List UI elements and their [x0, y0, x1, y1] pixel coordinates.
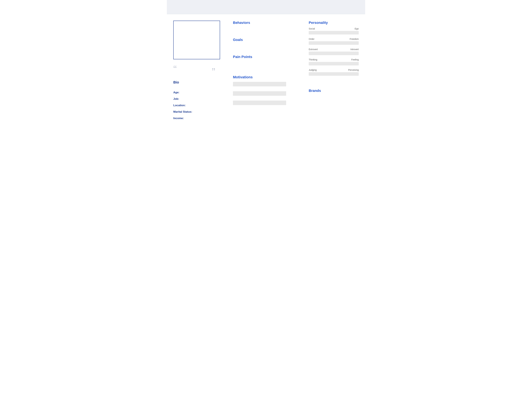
quote-open-icon: “: [173, 64, 177, 75]
personality-row-social-ego: Social Ego: [309, 28, 359, 35]
location-field: Location:: [173, 104, 223, 107]
personality-label-introvert: Introvert: [351, 48, 359, 51]
personality-labels-thinking-feeling: Thinking Feeling: [309, 58, 359, 61]
personality-row-thinking-feeling: Thinking Feeling: [309, 58, 359, 65]
job-field: Job:: [173, 97, 223, 101]
motivations-section: Motivations: [233, 75, 299, 105]
behaviors-title: Behaviors: [233, 21, 299, 25]
personality-label-feeling: Feeling: [351, 58, 359, 61]
content-area: “ ” Bio Age: Job: Location: Marital Stat…: [167, 14, 365, 130]
personality-label-order: Order: [309, 38, 314, 40]
goals-section: Goals: [233, 38, 299, 42]
income-field: Income:: [173, 117, 223, 120]
bio-label: Bio: [173, 80, 223, 84]
personality-label-extrovert: Extrovert: [309, 48, 318, 51]
pain-points-title: Pain Points: [233, 55, 299, 59]
personality-labels-extrovert-introvert: Extrovert Introvert: [309, 48, 359, 51]
personality-bar-social-ego: [309, 31, 359, 35]
quote-close-icon: ”: [212, 67, 215, 77]
goals-title: Goals: [233, 38, 299, 42]
header-bar: [167, 0, 365, 14]
personality-row-extrovert-introvert: Extrovert Introvert: [309, 48, 359, 55]
personality-label-judging: Judging: [309, 69, 317, 71]
personality-bar-judging-perceiving: [309, 72, 359, 76]
personality-bar-order-freedom: [309, 41, 359, 45]
motivations-title: Motivations: [233, 75, 299, 79]
personality-row-order-freedom: Order Freedom: [309, 38, 359, 45]
behaviors-section: Behaviors: [233, 21, 299, 25]
personality-bar-thinking-feeling: [309, 62, 359, 65]
middle-column: Behaviors Goals Pain Points Motivations: [228, 21, 304, 123]
motivation-bar-3: [233, 101, 286, 105]
personality-label-perceiving: Perceiving: [348, 69, 359, 71]
personality-title: Personality: [309, 21, 359, 25]
motivation-bar-1: [233, 82, 286, 86]
marital-status-field: Marital Status:: [173, 110, 223, 113]
personality-label-freedom: Freedom: [350, 38, 359, 40]
personality-label-thinking: Thinking: [309, 58, 317, 61]
personality-labels-social-ego: Social Ego: [309, 28, 359, 30]
motivation-bar-2: [233, 91, 286, 96]
right-column: Personality Social Ego Order Freedom Ext…: [304, 21, 359, 123]
personality-section: Personality Social Ego Order Freedom Ext…: [309, 21, 359, 76]
pain-points-section: Pain Points: [233, 55, 299, 59]
info-fields: Age: Job: Location: Marital Status: Inco…: [173, 91, 223, 120]
personality-labels-judging-perceiving: Judging Perceiving: [309, 69, 359, 71]
left-column: “ ” Bio Age: Job: Location: Marital Stat…: [173, 21, 228, 123]
brands-title: Brands: [309, 89, 359, 93]
personality-row-judging-perceiving: Judging Perceiving: [309, 69, 359, 76]
personality-label-social: Social: [309, 28, 315, 30]
personality-labels-order-freedom: Order Freedom: [309, 38, 359, 40]
personality-bar-extrovert-introvert: [309, 52, 359, 55]
brands-section: Brands: [309, 89, 359, 93]
personality-label-ego: Ego: [355, 28, 359, 30]
quote-area: “ ”: [173, 64, 220, 77]
age-field: Age:: [173, 91, 223, 94]
photo-placeholder: [173, 21, 220, 59]
